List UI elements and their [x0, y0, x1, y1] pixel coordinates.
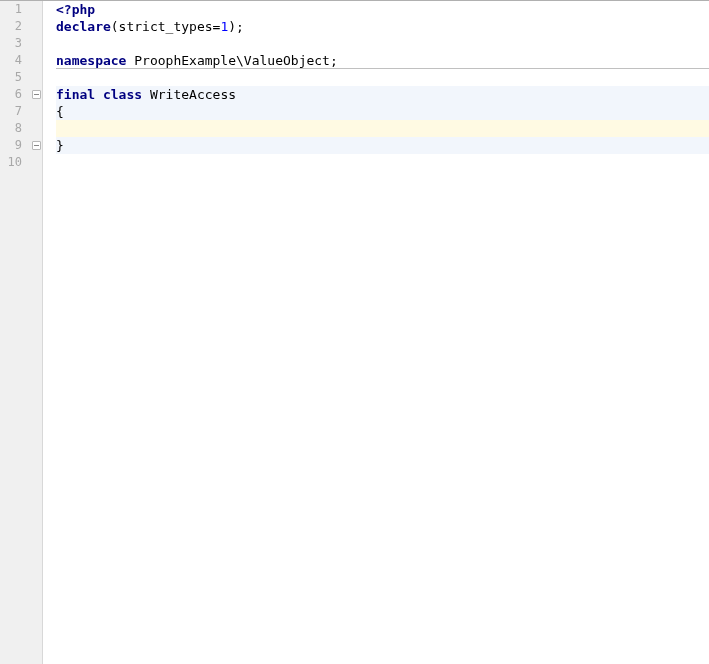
- line-number: 3: [0, 35, 30, 52]
- code-line[interactable]: declare(strict_types=1);: [56, 18, 709, 35]
- line-number: 6: [0, 86, 30, 103]
- code-line-current[interactable]: [56, 120, 709, 137]
- line-number: 4: [0, 52, 30, 69]
- code-line[interactable]: final class WriteAccess: [56, 86, 709, 103]
- fold-toggle-icon[interactable]: [32, 141, 41, 150]
- fold-gutter: [30, 1, 42, 664]
- keyword-namespace: namespace: [56, 53, 126, 68]
- line-number-gutter: 1 2 3 4 5 6 7 8 9 10: [0, 1, 30, 664]
- line-number: 1: [0, 1, 30, 18]
- code-line[interactable]: [56, 35, 709, 52]
- code-line[interactable]: }: [56, 137, 709, 154]
- code-text: );: [228, 19, 244, 34]
- line-number: 9: [0, 137, 30, 154]
- code-area[interactable]: <?php declare(strict_types=1); namespace…: [56, 1, 709, 664]
- code-line[interactable]: {: [56, 103, 709, 120]
- code-line[interactable]: [56, 69, 709, 86]
- line-number: 2: [0, 18, 30, 35]
- code-text: [95, 87, 103, 102]
- fold-toggle-icon[interactable]: [32, 90, 41, 99]
- code-editor: 1 2 3 4 5 6 7 8 9 10 <?php declare(stric…: [0, 1, 709, 664]
- code-line[interactable]: namespace ProophExample\ValueObject;: [56, 52, 709, 69]
- line-number: 10: [0, 154, 30, 171]
- keyword-declare: declare: [56, 19, 111, 34]
- code-line[interactable]: <?php: [56, 1, 709, 18]
- line-number: 7: [0, 103, 30, 120]
- line-number: 8: [0, 120, 30, 137]
- code-text: (strict_types=: [111, 19, 221, 34]
- brace-close: }: [56, 138, 64, 153]
- brace-open: {: [56, 104, 64, 119]
- editor-margin: [42, 1, 56, 664]
- code-text: WriteAccess: [142, 87, 236, 102]
- php-open-tag: <?php: [56, 2, 95, 17]
- line-number: 5: [0, 69, 30, 86]
- code-line[interactable]: [56, 154, 709, 171]
- code-text: ProophExample\ValueObject;: [126, 53, 337, 68]
- keyword-class: class: [103, 87, 142, 102]
- keyword-final: final: [56, 87, 95, 102]
